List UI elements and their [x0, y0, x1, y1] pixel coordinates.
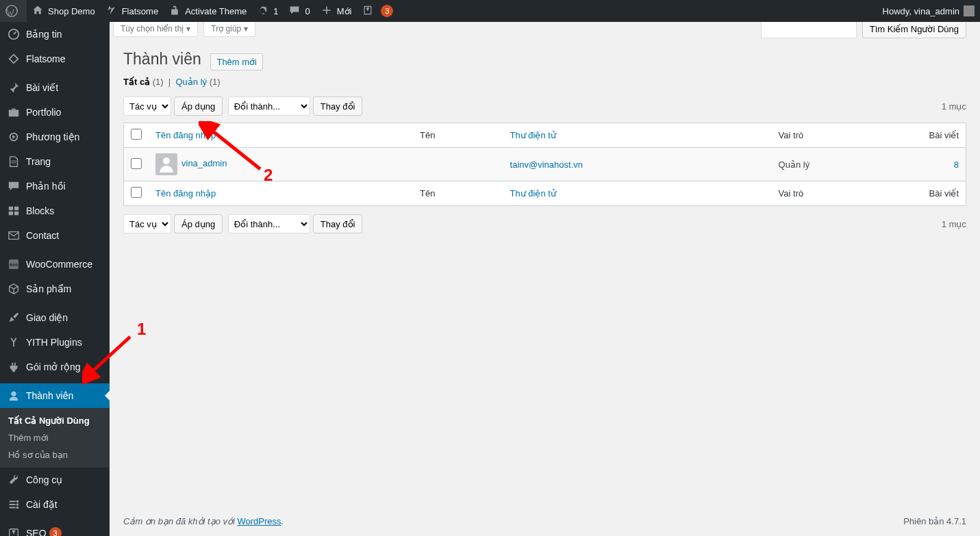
menu-item-page[interactable]: Trang — [0, 149, 110, 174]
search-box: Tìm Kiếm Người Dùng — [761, 19, 966, 38]
menu-item-dashboard[interactable]: Bảng tin — [0, 22, 110, 47]
apply-button-bottom[interactable]: Áp dụng — [174, 214, 223, 233]
menu-label: Portfolio — [26, 107, 61, 118]
yoast-icon — [362, 5, 375, 17]
yith-icon — [7, 335, 21, 349]
row-checkbox[interactable] — [131, 158, 142, 169]
menu-item-media[interactable]: Phương tiện — [0, 125, 110, 149]
menu-item-seo[interactable]: SEO3 — [0, 521, 110, 536]
menu-item-plugin[interactable]: Gói mở rộng — [0, 355, 110, 379]
filter-admin[interactable]: Quản lý — [175, 77, 207, 87]
wp-logo[interactable] — [0, 0, 27, 22]
settings-icon — [7, 498, 21, 511]
submenu-item[interactable]: Thêm mới — [0, 429, 110, 446]
svg-rect-6 — [9, 212, 13, 215]
media-icon — [7, 130, 21, 144]
submenu-item[interactable]: Hồ sơ của bạn — [0, 446, 110, 463]
users-icon — [7, 389, 21, 403]
comment-icon — [7, 179, 21, 193]
updates[interactable]: 1 — [252, 0, 284, 22]
wordpress-link[interactable]: WordPress — [238, 516, 281, 526]
apply-button[interactable]: Áp dụng — [174, 97, 223, 116]
menu-badge: 3 — [49, 527, 62, 536]
menu-label: Công cụ — [26, 474, 62, 485]
svg-rect-7 — [14, 212, 18, 215]
col-name-f[interactable]: Tên — [413, 181, 503, 205]
version-text: Phiên bản 4.7.1 — [903, 516, 966, 526]
menu-item-settings[interactable]: Cài đặt — [0, 492, 110, 517]
change-role-select-bottom[interactable]: Đổi thành... — [228, 214, 310, 233]
search-input[interactable] — [761, 19, 857, 38]
menu-label: Flatsome — [26, 53, 66, 64]
menu-item-portfolio[interactable]: Portfolio — [0, 100, 110, 125]
change-role-select[interactable]: Đổi thành... — [228, 97, 310, 116]
footer: Cảm ơn bạn đã khởi tạo với WordPress. Ph… — [110, 507, 980, 536]
username-link[interactable]: vina_admin — [181, 158, 227, 168]
menu-item-users[interactable]: Thành viên — [0, 383, 110, 408]
menu-item-tools[interactable]: Công cụ — [0, 468, 110, 492]
menu-label: Thành viên — [26, 390, 73, 401]
yoast-menu[interactable]: 3 — [357, 0, 399, 22]
col-username[interactable]: Tên đăng nhập — [149, 123, 413, 148]
menu-item-pin[interactable]: Bài viết — [0, 75, 110, 100]
new-content[interactable]: Mới — [316, 0, 357, 22]
menu-item-blocks[interactable]: Blocks — [0, 199, 110, 223]
col-posts-f: Bài viết — [911, 181, 966, 205]
menu-item-woo[interactable]: wooWooCommerce — [0, 252, 110, 277]
annotation-label-2: 2 — [264, 166, 273, 185]
blocks-icon — [7, 204, 21, 218]
plus-icon — [321, 5, 334, 17]
change-role-button-bottom[interactable]: Thay đổi — [313, 214, 363, 233]
col-name[interactable]: Tên — [413, 123, 503, 148]
menu-label: Phản hồi — [26, 181, 66, 192]
admin-sidebar: Bảng tinFlatsomeBài viếtPortfolioPhương … — [0, 22, 110, 536]
cell-role: Quản lý — [772, 148, 911, 181]
flatsome-menu[interactable]: Flatsome — [101, 0, 164, 22]
menu-item-yith[interactable]: YITH Plugins — [0, 330, 110, 355]
select-all-top[interactable] — [131, 129, 142, 140]
select-all-bottom[interactable] — [131, 187, 142, 198]
search-button[interactable]: Tìm Kiếm Người Dùng — [862, 19, 966, 38]
users-table: Tên đăng nhập Tên Thư điện tử Vai trò Bà… — [123, 123, 966, 206]
tablenav-bottom: Tác vụ Áp dụng Đổi thành... Thay đổi 1 m… — [123, 210, 966, 238]
bulk-action-select[interactable]: Tác vụ — [123, 97, 171, 116]
filter-links: Tất cả (1) | Quản lý (1) — [123, 77, 966, 87]
comments[interactable]: 0 — [284, 0, 315, 22]
appearance-icon — [7, 311, 21, 324]
menu-label: Contact — [26, 230, 59, 241]
menu-item-comment[interactable]: Phản hồi — [0, 174, 110, 199]
col-role-f: Vai trò — [772, 181, 911, 205]
menu-label: Bảng tin — [26, 29, 62, 40]
site-name[interactable]: Shop Demo — [27, 0, 101, 22]
my-account[interactable]: Howdy, vina_admin — [877, 0, 980, 22]
annotation-label-1: 1 — [137, 320, 146, 339]
svg-point-14 — [16, 507, 19, 509]
screen-options-button[interactable]: Tùy chọn hiển thị ▾ — [113, 22, 198, 37]
submenu-item[interactable]: Tất Cả Người Dùng — [0, 412, 110, 429]
product-icon — [7, 282, 21, 296]
activate-theme[interactable]: Activate Theme — [164, 0, 252, 22]
home-icon — [32, 5, 45, 17]
filter-all[interactable]: Tất cả — [123, 77, 150, 87]
svg-rect-5 — [14, 207, 18, 210]
menu-label: Trang — [26, 156, 51, 167]
menu-item-email[interactable]: Contact — [0, 223, 110, 248]
menu-item-flatsome[interactable]: Flatsome — [0, 47, 110, 71]
menu-item-product[interactable]: Sản phẩm — [0, 277, 110, 301]
col-role: Vai trò — [772, 123, 911, 148]
add-new-button[interactable]: Thêm mới — [210, 53, 263, 71]
dashboard-icon — [7, 27, 21, 41]
menu-label: Gói mở rộng — [26, 361, 80, 372]
col-username-f[interactable]: Tên đăng nhập — [149, 181, 413, 205]
page-title: Thành viên — [123, 44, 201, 71]
col-email-f[interactable]: Thư điện tử — [503, 181, 772, 205]
posts-link[interactable]: 8 — [954, 159, 959, 170]
tools-icon — [7, 473, 21, 487]
change-role-button[interactable]: Thay đổi — [313, 97, 363, 116]
col-email[interactable]: Thư điện tử — [503, 123, 772, 148]
help-button[interactable]: Trợ giúp ▾ — [203, 22, 255, 37]
menu-item-appearance[interactable]: Giao diện — [0, 305, 110, 330]
svg-text:woo: woo — [9, 262, 18, 267]
bulk-action-select-bottom[interactable]: Tác vụ — [123, 214, 171, 233]
email-link[interactable]: tainv@vinahost.vn — [510, 159, 583, 170]
